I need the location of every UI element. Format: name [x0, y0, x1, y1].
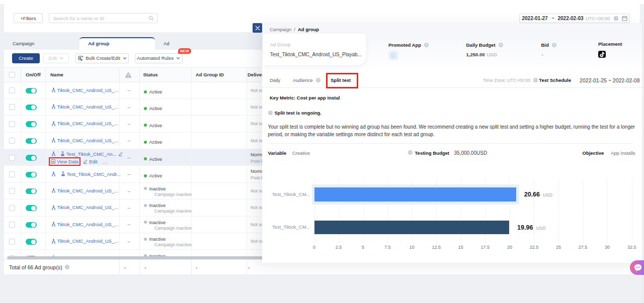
help-icon: ? — [408, 150, 413, 155]
select-all-checkbox[interactable] — [9, 72, 15, 78]
panel-close-button[interactable] — [253, 23, 262, 33]
ad-group-name-link[interactable]: Test_Tiktok_CMC_An... — [66, 151, 116, 157]
ad-group-name-link[interactable]: Tiktok_CMC_Android_US_... — [57, 188, 119, 193]
row-toggle[interactable] — [26, 155, 37, 161]
row-toggle[interactable] — [26, 172, 37, 178]
row-checkbox[interactable] — [9, 188, 15, 194]
name-cell: Tiktok_CMC_Android_US_... — [51, 188, 123, 193]
row-toggle[interactable] — [26, 222, 37, 228]
test-schedule-label: Test Schedule — [539, 73, 571, 87]
more-actions-link[interactable]: ... — [103, 159, 108, 164]
ad-group-name-link[interactable]: Test_Tiktok_CMC_Andr... — [67, 171, 121, 177]
filters-button[interactable]: +Filters — [14, 13, 43, 23]
ad-group-icon — [51, 138, 56, 143]
edit-button[interactable]: Edit — [43, 53, 69, 63]
edit-pencil-icon[interactable] — [118, 152, 123, 156]
ad-group-name-link[interactable]: Tiktok_CMC_Android_US_... — [57, 104, 119, 110]
date-end: 2022-02-03 — [557, 16, 583, 21]
tab-ad-group[interactable]: Ad group — [79, 37, 155, 50]
name-cell: Tiktok_CMC_Android_US_... — [51, 138, 123, 143]
name-cell: Test_Tiktok_CMC_Andr... — [51, 171, 123, 177]
bulk-create-edit-button[interactable]: Bulk Create/Edit — [75, 53, 129, 63]
row-toggle[interactable] — [26, 88, 37, 94]
row-checkbox[interactable] — [9, 104, 15, 110]
promoted-app-label-row: Promoted App ? — [388, 42, 429, 48]
search-box[interactable] — [49, 13, 158, 23]
split-test-status-text: Split test is ongoing. — [275, 110, 321, 116]
help-icon[interactable]: ? — [499, 43, 503, 47]
ad-group-name-link[interactable]: Tiktok_CMC_Android_US_... — [57, 222, 119, 227]
status-text: Active — [149, 156, 163, 162]
daily-budget-label: Daily Budget — [466, 42, 496, 48]
ad-group-detail-panel: Campaign / Ad group Ad Group Test_Tiktok… — [262, 23, 644, 263]
date-range-picker[interactable]: 2022-01-27 ~ 2022-02-03 UTC+00:00 ? — [519, 14, 630, 23]
chart-x-tick: 17.5 — [481, 245, 490, 250]
status-dot — [144, 157, 147, 160]
variable-value: Creative — [292, 149, 310, 157]
bulk-edit-icon — [77, 55, 83, 61]
alert-cell: – — [128, 166, 131, 182]
row-checkbox[interactable] — [9, 87, 15, 93]
ad-group-icon — [51, 104, 56, 109]
help-icon[interactable]: ? — [424, 43, 429, 47]
create-button[interactable]: Create — [12, 53, 40, 63]
row-toggle[interactable] — [26, 188, 37, 194]
chart-bar[interactable] — [314, 187, 516, 201]
header-checkbox-cell — [9, 68, 15, 82]
ad-group-name-link[interactable]: Tiktok_CMC_Android_US_... — [57, 138, 119, 143]
ad-group-name-link[interactable]: Tiktok_CMC_Android_US_... — [57, 87, 119, 93]
status-text: Active — [149, 106, 163, 111]
edit-link[interactable]: Edit — [83, 159, 97, 164]
search-icon — [148, 16, 154, 21]
panel-tab-daily[interactable]: Daily — [270, 73, 280, 87]
status-cell: Inactive — [144, 203, 166, 208]
tab-ad[interactable]: Ad — [155, 37, 230, 50]
svg-text:?: ? — [409, 151, 411, 154]
chart-bar[interactable] — [314, 221, 510, 235]
automated-rules-button[interactable]: Automated Rules — [135, 53, 183, 63]
status-text: Inactive — [149, 186, 166, 191]
help-icon[interactable]: ? — [552, 43, 556, 47]
row-toggle[interactable] — [26, 239, 37, 245]
breadcrumb-campaign[interactable]: Campaign — [270, 27, 291, 32]
ad-group-name-link[interactable]: Tiktok_CMC_Android_US_... — [57, 238, 119, 244]
status-dot — [144, 187, 147, 190]
panel-tab-audience[interactable]: Audience ? — [293, 73, 320, 87]
row-checkbox[interactable] — [9, 155, 15, 161]
row-checkbox[interactable] — [9, 239, 15, 245]
header-status: Status — [143, 68, 158, 82]
top-white-strip — [0, 0, 644, 4]
split-test-flask-icon — [61, 171, 65, 176]
chart-x-tick: 22.5 — [530, 245, 539, 250]
row-checkbox[interactable] — [9, 121, 15, 127]
row-checkbox[interactable] — [9, 222, 15, 228]
ad-group-icon — [51, 222, 56, 227]
timezone-label: Time Zone: UTC+00:00 — [483, 78, 530, 83]
search-input[interactable] — [49, 16, 148, 21]
chart-x-tick: 5 — [362, 245, 364, 250]
chart-x-tick: 25 — [556, 245, 561, 250]
status-note: Campaign inactive — [154, 226, 192, 231]
status-text: Inactive — [149, 253, 166, 256]
edit-pencil-icon[interactable] — [83, 159, 88, 164]
status-cell: Active — [144, 173, 163, 178]
timezone-note: Time Zone: UTC+00:00 ? — [483, 73, 538, 87]
promoted-app-icon — [388, 50, 398, 60]
tab-campaign[interactable]: Campaign — [4, 37, 79, 50]
bid-label: Bid — [541, 42, 549, 48]
row-checkbox[interactable] — [9, 171, 15, 177]
header-alert[interactable] — [125, 68, 132, 82]
row-toggle[interactable] — [26, 105, 37, 111]
status-cell: Inactive — [144, 253, 166, 256]
help-icon: ? — [533, 78, 538, 82]
row-checkbox[interactable] — [9, 138, 15, 144]
chevron-down-icon — [176, 56, 180, 60]
row-toggle[interactable] — [26, 121, 37, 127]
row-toggle[interactable] — [26, 205, 37, 211]
ad-group-name-link[interactable]: Tiktok_CMC_Android_US_... — [57, 205, 119, 210]
ad-group-name-link[interactable]: Tiktok_CMC_Android_US_... — [57, 121, 119, 126]
chat-support-button[interactable] — [630, 260, 644, 275]
promoted-app-label: Promoted App — [388, 42, 421, 48]
row-checkbox[interactable] — [9, 205, 15, 211]
row-toggle[interactable] — [26, 138, 37, 144]
